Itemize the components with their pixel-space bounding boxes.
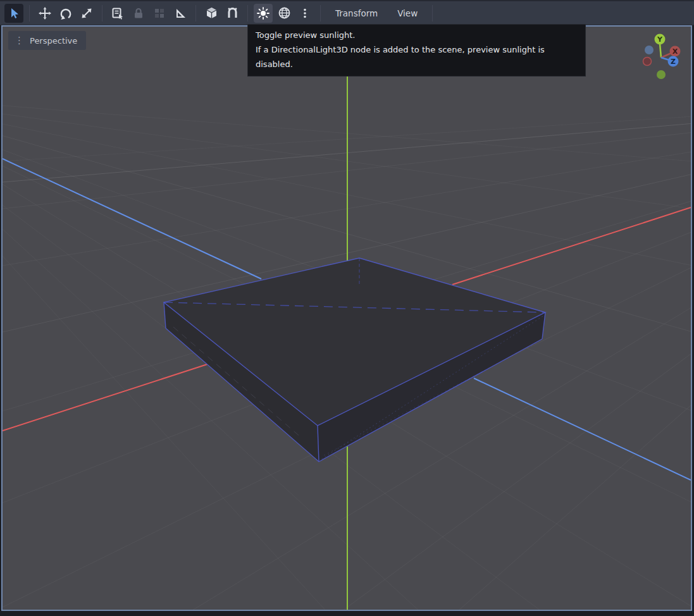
godot-3d-editor: Transform View xyxy=(0,0,694,616)
rotate-icon xyxy=(59,6,73,20)
toolbar-separator xyxy=(102,5,102,22)
sun-icon xyxy=(256,6,270,20)
select-tool-button[interactable] xyxy=(4,4,23,23)
gizmo-x-label: X xyxy=(672,47,678,56)
group-selected-button[interactable] xyxy=(150,4,169,23)
gizmo-y-label: Y xyxy=(657,35,663,44)
move-icon xyxy=(38,6,52,20)
lock-icon xyxy=(132,7,145,20)
viewport-3d[interactable]: Y X Z ⋮ Perspective xyxy=(1,25,692,611)
use-local-space-button[interactable] xyxy=(202,4,221,23)
gizmo-neg-y-ball[interactable] xyxy=(657,70,666,79)
group-icon xyxy=(153,7,166,20)
scale-tool-button[interactable] xyxy=(77,4,96,23)
toolbar-separator xyxy=(320,5,321,22)
preview-sunlight-button[interactable] xyxy=(254,4,273,23)
rotate-tool-button[interactable] xyxy=(56,4,75,23)
list-select-icon xyxy=(111,6,125,20)
scale-icon xyxy=(80,6,94,20)
orientation-gizmo: Y X Z xyxy=(643,34,681,80)
globe-icon xyxy=(278,6,291,20)
local-space-cube-icon xyxy=(205,6,218,20)
snap-magnet-icon xyxy=(226,6,239,20)
vertical-dots-icon: ⋮ xyxy=(15,36,24,46)
list-select-tool-button[interactable] xyxy=(108,4,127,23)
viewport-toolbar: Transform View xyxy=(0,0,694,25)
ruler-tool-button[interactable] xyxy=(171,4,190,23)
viewport-frame: Y X Z ⋮ Perspective xyxy=(0,25,694,616)
view-menu[interactable]: View xyxy=(388,2,426,25)
ruler-icon xyxy=(174,7,187,20)
gizmo-z-label: Z xyxy=(671,58,676,66)
toolbar-separator xyxy=(432,5,433,22)
vertical-dots-icon xyxy=(299,7,311,20)
scene-canvas: Y X Z xyxy=(3,27,691,610)
projection-label: Perspective xyxy=(30,36,77,46)
toolbar-separator xyxy=(29,5,30,22)
tooltip-line-2: If a DirectionalLight3D node is added to… xyxy=(256,42,578,71)
toolbar-separator xyxy=(195,5,196,22)
use-snap-button[interactable] xyxy=(223,4,242,23)
view-menu-chip[interactable]: ⋮ Perspective xyxy=(8,31,86,50)
sunlight-tooltip: Toggle preview sunlight. If a Directiona… xyxy=(247,24,586,77)
toolbar-separator xyxy=(247,5,248,22)
gizmo-neg-z-ball[interactable] xyxy=(645,46,654,54)
tooltip-line-1: Toggle preview sunlight. xyxy=(256,28,578,42)
lock-selected-button[interactable] xyxy=(129,4,148,23)
extra-options-button[interactable] xyxy=(295,4,314,23)
transform-menu[interactable]: Transform xyxy=(326,2,387,25)
preview-environment-button[interactable] xyxy=(275,4,294,23)
gizmo-neg-x-ball[interactable] xyxy=(643,58,652,66)
move-tool-button[interactable] xyxy=(35,4,54,23)
select-arrow-icon xyxy=(8,7,20,20)
